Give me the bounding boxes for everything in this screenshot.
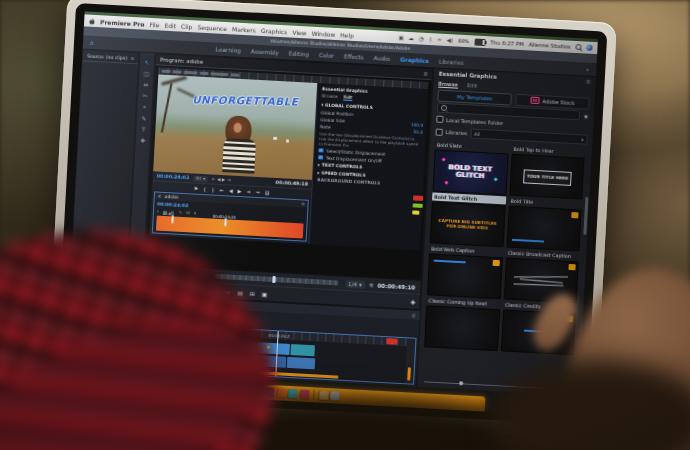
template-thumb-bold-web-caption[interactable]: CAPTURE BIG SUBTITLES FOR ONLINE VIDS (430, 201, 506, 247)
menu-graphics[interactable]: Graphics (261, 26, 288, 34)
screencast-badges (412, 195, 423, 215)
render-bar-red (386, 338, 397, 345)
workspace-graphics[interactable]: Graphics (400, 56, 429, 64)
screencast-mini-timeline: × adobe ≣ 00:00:24:03 ⌖⇹✂✎⊞▾ 00:00 (152, 191, 310, 241)
mogrt-badge-icon (571, 212, 578, 218)
tree-trunk (161, 83, 173, 133)
settings-wrench-icon[interactable]: ⚒ (369, 282, 374, 288)
screencast-seq-close: × (157, 194, 161, 199)
eg-browse-tab[interactable]: Browse (438, 80, 458, 88)
distant-animal (273, 137, 277, 140)
workspace-color[interactable]: Color (319, 52, 334, 59)
template-thumb-classic-broadcast-caption[interactable] (506, 206, 582, 252)
screencast-program-canvas: UNFORGETTABLE (153, 74, 318, 179)
bluetooth-icon[interactable]: ᛒ (429, 36, 433, 42)
screencast-essential-graphics-panel: Essential Graphics Browse Edit ▾ GLOBAL … (309, 83, 428, 250)
menu-window[interactable]: Window (311, 29, 335, 37)
pen-tool[interactable]: ✎ (141, 115, 146, 122)
workspace-audio[interactable]: Audio (374, 55, 391, 62)
menubar-clock[interactable]: Thu 6:27 PM (490, 39, 524, 47)
screencast-seq-name: adobe (164, 194, 179, 200)
timeline-right-strip (405, 338, 415, 383)
program-duration: 00:00:49:10 (377, 282, 415, 290)
distant-animal (286, 140, 289, 143)
home-icon[interactable]: ⌂ (90, 39, 94, 45)
battery-icon (474, 38, 485, 46)
audio-clip[interactable] (287, 357, 315, 369)
ripple-edit-tool[interactable]: ⇹ (143, 81, 148, 88)
workspace-learning[interactable]: Learning (216, 46, 241, 53)
source-tab[interactable]: Source: (no clips) (87, 53, 127, 60)
libraries-filter-label: Libraries (446, 129, 468, 136)
menubar-spacer (359, 35, 394, 37)
menu-edit[interactable]: Edit (164, 21, 176, 29)
template-thumb-bold-title[interactable]: YOUR TITLE HERE (509, 154, 585, 200)
apple-logo[interactable] (89, 17, 95, 24)
resolution-dropdown[interactable]: 1/4▾ (345, 279, 365, 288)
video-frame-screencast: UNFORGETTABLE 00:00:2 (149, 67, 428, 249)
workspace-libraries[interactable]: Libraries (439, 58, 464, 65)
razor-tool[interactable]: ✂ (143, 92, 148, 99)
app-menu-title[interactable]: Premiere Pro (100, 18, 145, 27)
program-video-area[interactable]: UNFORGETTABLE 00:00:2 (145, 65, 431, 280)
eg-edit-tab[interactable]: Edit (467, 82, 478, 89)
siri-icon[interactable] (586, 45, 592, 51)
clock-status-icon[interactable]: ◔ (419, 36, 424, 42)
program-panel-menu-icon[interactable]: ≣ (423, 71, 428, 77)
screencast-eg-browse-tab: Browse (322, 93, 338, 100)
timeline-panel-menu-icon[interactable]: ≣ (411, 312, 416, 318)
extract-button[interactable]: ⊞ (250, 289, 255, 296)
menu-sequence[interactable]: Sequence (197, 23, 227, 32)
adobe-stock-icon: St (530, 97, 539, 104)
spotlight-search-icon[interactable] (575, 44, 581, 50)
template-thumb-bold-text-glitch[interactable]: BOLD TEXT GLITCH (432, 150, 508, 196)
screen-mirroring-icon[interactable]: ▣ (398, 34, 404, 40)
program-playhead[interactable] (272, 276, 275, 283)
selection-tool[interactable]: ↖ (144, 59, 149, 66)
template-thumb[interactable] (424, 305, 500, 351)
workspace-effects[interactable]: Effects (344, 53, 364, 60)
libraries-checkbox[interactable] (436, 128, 443, 135)
template-thumb-classic-coming-up-next[interactable] (427, 253, 503, 299)
video-clip[interactable] (291, 344, 315, 356)
menu-view[interactable]: View (292, 28, 307, 36)
screencast-timecode: 00:00:24:03 (157, 174, 190, 181)
local-templates-label: Local Templates Folder (446, 117, 503, 126)
panel-menu-icon[interactable]: ≣ (130, 55, 134, 60)
screencast-duration: 00:00:49:18 (275, 180, 308, 187)
export-frame-button[interactable]: ▣ (262, 290, 268, 297)
workspace-assembly[interactable]: Assembly (251, 48, 279, 56)
menubar-user[interactable]: Allenne Studios (529, 41, 571, 49)
eg-panel-menu-icon[interactable]: ≣ (586, 79, 591, 85)
search-icon (441, 105, 447, 111)
workspace-overflow[interactable]: » (586, 66, 590, 72)
local-templates-checkbox[interactable] (436, 116, 443, 123)
menu-file[interactable]: File (149, 20, 159, 28)
screencast-tl-timecode: 00:00:24:03 (157, 201, 188, 208)
tree-branch (161, 76, 187, 86)
menu-help[interactable]: Help (340, 31, 354, 39)
presenter-striped-shirt (222, 138, 256, 174)
track-select-tool[interactable]: ◫ (143, 70, 149, 77)
type-tool[interactable]: T (141, 126, 145, 133)
button-editor-plus[interactable]: ✚ (410, 298, 415, 305)
slip-tool[interactable]: ⌖ (143, 103, 147, 111)
program-tab[interactable]: Program: adobe (160, 57, 203, 65)
mogrt-badge-icon (568, 264, 575, 270)
template-grid: Bold Slate BOLD TEXT GLITCH Bold Text Gl… (417, 138, 592, 384)
screencast-eg-edit-tab: Edit (344, 95, 353, 101)
cloud-sync-icon[interactable]: ☁ (408, 35, 414, 41)
menu-markers[interactable]: Markers (232, 25, 256, 33)
hand-tool[interactable]: ✚ (140, 137, 145, 144)
timeline-vertical-scrollbar[interactable] (407, 367, 411, 380)
video-title-text: UNFORGETTABLE (192, 93, 312, 107)
essential-graphics-panel: Essential Graphics ≣ Browse Edit My Temp… (416, 68, 596, 395)
favorites-star-icon[interactable]: ★ (583, 112, 589, 119)
menu-clip[interactable]: Clip (181, 22, 193, 30)
battery-percent: 88% (458, 38, 469, 45)
wifi-icon[interactable]: ≈ (437, 36, 442, 42)
mogrt-badge-icon (492, 260, 499, 266)
screencast-fit-dropdown: Fit▾ (193, 175, 208, 182)
volume-icon[interactable]: ◀) (447, 37, 454, 43)
workspace-editing[interactable]: Editing (289, 50, 309, 57)
